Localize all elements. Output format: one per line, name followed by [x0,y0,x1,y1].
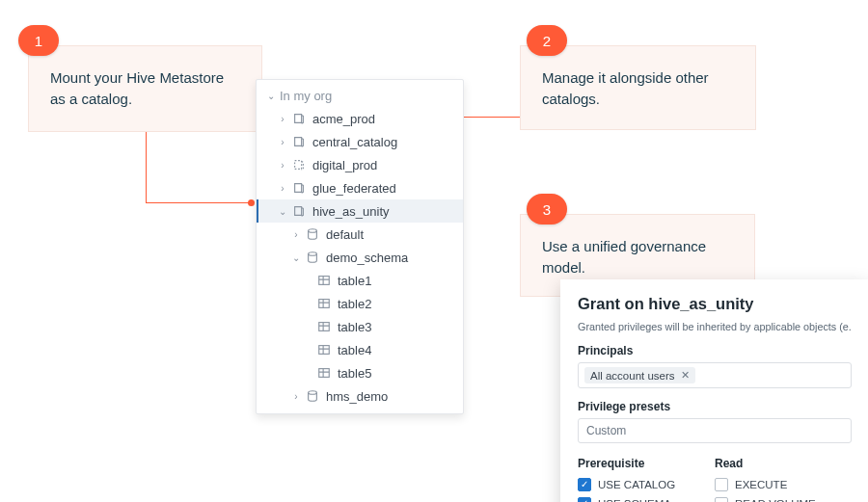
chevron-down-icon: ⌄ [264,91,278,101]
catalog-icon [291,111,307,126]
priv-label: READ VOLUME [735,498,816,502]
checkbox-icon[interactable] [715,478,728,491]
callout-3-text: Use a unified governance model. [542,238,706,276]
svg-rect-6 [319,369,330,378]
priv-label: USE CATALOG [598,479,675,490]
tree-item-table1[interactable]: table1 [257,269,463,292]
tree-item-table5[interactable]: table5 [257,361,463,384]
tree-item-label: glue_federated [312,181,396,196]
table-icon [316,365,332,381]
callout-1-num: 1 [35,33,42,49]
preset-value: Custom [586,424,626,437]
callout-3-badge: 3 [527,194,567,225]
checkbox-icon[interactable] [715,497,728,502]
tree-item-digital-prod[interactable]: › digital_prod [257,153,463,176]
close-icon[interactable]: ✕ [681,369,690,382]
presets-label: Privilege presets [578,400,852,413]
principal-chip-label: All account users [590,370,675,382]
svg-rect-3 [319,300,330,308]
priv-use-schema[interactable]: USE SCHEMA [578,497,715,502]
callout-3-num: 3 [543,201,551,218]
checkbox-checked-icon[interactable] [578,497,591,502]
tree-item-label: digital_prod [312,158,377,172]
schema-icon [305,226,320,242]
callout-1-text: Mount your Hive Metastore as a catalog. [50,69,224,107]
chevron-down-icon: ⌄ [276,206,289,217]
priv-execute[interactable]: EXECUTE [715,478,852,491]
schema-icon [305,250,320,265]
tree-item-table3[interactable]: table3 [257,315,463,338]
tree-item-label: hms_demo [326,389,388,404]
svg-rect-5 [319,346,330,355]
tree-root[interactable]: ⌄ In my org [257,84,463,107]
tree-item-default[interactable]: › default [257,223,463,246]
checkbox-checked-icon[interactable] [578,478,591,491]
principal-chip[interactable]: All account users ✕ [584,367,695,383]
priv-read-volume[interactable]: READ VOLUME [715,497,852,502]
tree-item-label: table5 [338,366,371,381]
table-icon [316,273,332,288]
chevron-right-icon: › [276,160,289,171]
tree-item-table2[interactable]: table2 [257,292,463,315]
svg-point-0 [309,229,317,233]
tree-item-label: table2 [338,297,371,311]
tree-item-acme-prod[interactable]: › acme_prod [257,107,463,130]
svg-rect-4 [319,323,330,331]
tree-item-hms-demo[interactable]: › hms_demo [257,384,463,408]
tree-item-central-catalog[interactable]: › central_catalog [257,130,463,153]
priv-use-catalog[interactable]: USE CATALOG [578,478,715,491]
tree-item-label: table1 [338,274,371,288]
callout-2-box: Manage it alongside other catalogs. [520,45,756,130]
read-col-head: Read [715,457,852,470]
tree-item-label: central_catalog [312,135,397,149]
table-icon [316,319,332,334]
tree-item-demo-schema[interactable]: ⌄ demo_schema [257,246,463,269]
schema-icon [305,388,320,404]
tree-item-label: demo_schema [326,251,408,265]
tree-item-label: table3 [338,320,371,334]
chevron-right-icon: › [276,183,289,194]
tree-item-glue-federated[interactable]: › glue_federated [257,176,463,199]
grant-subtitle: Granted privileges will be inherited by … [578,321,852,332]
chevron-down-icon: ⌄ [289,252,303,263]
callout-1-box: Mount your Hive Metastore as a catalog. [28,45,262,132]
chevron-right-icon: › [276,114,289,124]
catalog-deleted-icon [291,157,307,172]
svg-point-1 [309,252,317,256]
priv-label: USE SCHEMA [598,498,671,502]
preset-select[interactable]: Custom [578,418,852,443]
grant-dialog: Grant on hive_as_unity Granted privilege… [560,279,868,502]
principals-input[interactable]: All account users ✕ [578,362,852,388]
chevron-right-icon: › [289,229,303,240]
callout-2-badge: 2 [527,25,567,56]
catalog-icon [291,180,307,196]
table-icon [316,296,332,311]
chevron-right-icon: › [289,391,303,402]
tree-item-table4[interactable]: table4 [257,338,463,361]
catalog-icon [291,134,307,149]
tree-item-label: hive_as_unity [312,204,390,219]
tree-item-hive-as-unity[interactable]: ⌄ hive_as_unity [257,199,463,223]
tree-item-label: table4 [338,343,371,357]
catalog-tree-panel: ⌄ In my org › acme_prod › central_catalo… [256,79,464,414]
table-icon [316,342,332,357]
tree-item-label: acme_prod [312,112,375,126]
svg-rect-2 [319,277,330,285]
tree-root-label: In my org [280,89,332,103]
prerequisite-col-head: Prerequisite [578,457,715,470]
priv-label: EXECUTE [735,479,787,490]
principals-label: Principals [578,344,852,357]
callout-2-text: Manage it alongside other catalogs. [542,69,709,107]
callout-1-badge: 1 [18,25,59,56]
callout-2-num: 2 [543,33,551,49]
svg-point-7 [309,391,317,395]
chevron-right-icon: › [276,137,289,147]
catalog-icon [291,203,307,219]
tree-item-label: default [326,227,364,242]
grant-title: Grant on hive_as_unity [578,295,852,313]
